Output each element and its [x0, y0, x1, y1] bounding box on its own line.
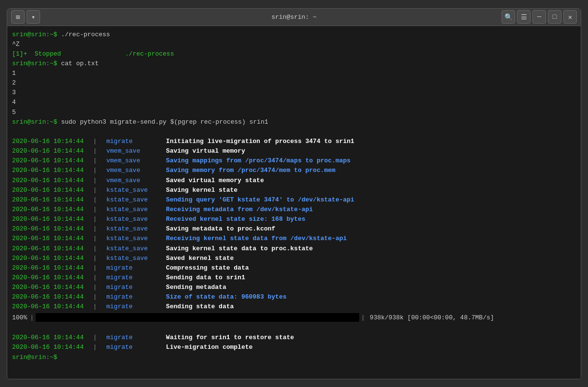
terminal-line: 5 — [12, 108, 576, 117]
titlebar-right: 🔍 ☰ ─ □ ✕ — [502, 10, 577, 24]
search-button[interactable]: 🔍 — [502, 10, 515, 24]
terminal-line — [12, 323, 576, 333]
log-line: 2020-06-16 10:14:44 | kstate_save Saving… — [12, 224, 576, 234]
log-line: 2020-06-16 10:14:44 | kstate_save Saving… — [12, 186, 576, 195]
maximize-button[interactable]: □ — [548, 10, 561, 24]
terminal-line: 4 — [12, 98, 576, 107]
progress-stats: 938k/938k [00:00<00:00, 48.7MB/s] — [370, 313, 494, 323]
terminal-line — [12, 127, 576, 137]
log-line: 2020-06-16 10:14:44 | kstate_save Receiv… — [12, 234, 576, 244]
titlebar-left: ⊞ ▾ — [11, 10, 40, 24]
pipe-separator: | — [30, 313, 34, 323]
terminal-window: ⊞ ▾ srin@srin: ~ 🔍 ☰ ─ □ ✕ srin@srin:~$ … — [7, 8, 581, 379]
pipe-separator2: | — [361, 313, 365, 323]
progress-bar-line: 100% | | 938k/938k [00:00<00:00, 48.7MB/… — [12, 313, 576, 323]
log-line: 2020-06-16 10:14:44 | migrate Sending st… — [12, 302, 576, 312]
terminal-line: 1 — [12, 69, 576, 78]
close-button[interactable]: ✕ — [563, 10, 577, 24]
menu-hamburger-button[interactable]: ☰ — [517, 10, 531, 24]
titlebar: ⊞ ▾ srin@srin: ~ 🔍 ☰ ─ □ ✕ — [7, 9, 581, 26]
progress-bar — [36, 313, 359, 322]
log-line: 2020-06-16 10:14:44 | migrate Sending me… — [12, 283, 576, 292]
log-line: 2020-06-16 10:14:44 | vmem_save Saving m… — [12, 156, 576, 166]
menu-button[interactable]: ⊞ — [11, 10, 25, 24]
terminal-line: srin@srin:~$ ./rec-process — [12, 30, 576, 40]
terminal-line: srin@srin:~$ sudo python3 migrate-send.p… — [12, 117, 576, 127]
log-line: 2020-06-16 10:14:44 | migrate Live-migra… — [12, 343, 576, 352]
progress-percent: 100% — [12, 313, 27, 323]
terminal-line: 3 — [12, 88, 576, 98]
terminal-line: ^Z — [12, 40, 576, 49]
terminal-line: srin@srin:~$ cat op.txt — [12, 59, 576, 69]
window-title: srin@srin: ~ — [271, 14, 317, 21]
log-line: 2020-06-16 10:14:44 | vmem_save Saved vi… — [12, 176, 576, 186]
log-line: 2020-06-16 10:14:44 | kstate_save Saved … — [12, 254, 576, 263]
log-line: 2020-06-16 10:14:44 | kstate_save Saving… — [12, 244, 576, 254]
log-line: 2020-06-16 10:14:44 | kstate_save Receiv… — [12, 205, 576, 215]
dropdown-button[interactable]: ▾ — [27, 10, 40, 24]
log-line: 2020-06-16 10:14:44 | migrate Initiating… — [12, 137, 576, 146]
log-line: 2020-06-16 10:14:44 | vmem_save Saving m… — [12, 166, 576, 175]
minimize-button[interactable]: ─ — [532, 10, 546, 24]
log-line: 2020-06-16 10:14:44 | vmem_save Saving v… — [12, 146, 576, 156]
terminal-line: 2 — [12, 78, 576, 88]
terminal-prompt-end: srin@srin:~$ — [12, 353, 576, 362]
log-line: 2020-06-16 10:14:44 | migrate Waiting fo… — [12, 333, 576, 343]
terminal-output[interactable]: srin@srin:~$ ./rec-process ^Z [1]+ Stopp… — [7, 26, 581, 379]
log-line: 2020-06-16 10:14:44 | migrate Sending da… — [12, 273, 576, 283]
log-line: 2020-06-16 10:14:44 | kstate_save Sendin… — [12, 195, 576, 205]
terminal-line: [1]+ Stopped ./rec-process — [12, 49, 576, 59]
log-line: 2020-06-16 10:14:44 | kstate_save Receiv… — [12, 215, 576, 224]
log-line: 2020-06-16 10:14:44 | migrate Size of st… — [12, 292, 576, 302]
log-line: 2020-06-16 10:14:44 | migrate Compressin… — [12, 263, 576, 273]
